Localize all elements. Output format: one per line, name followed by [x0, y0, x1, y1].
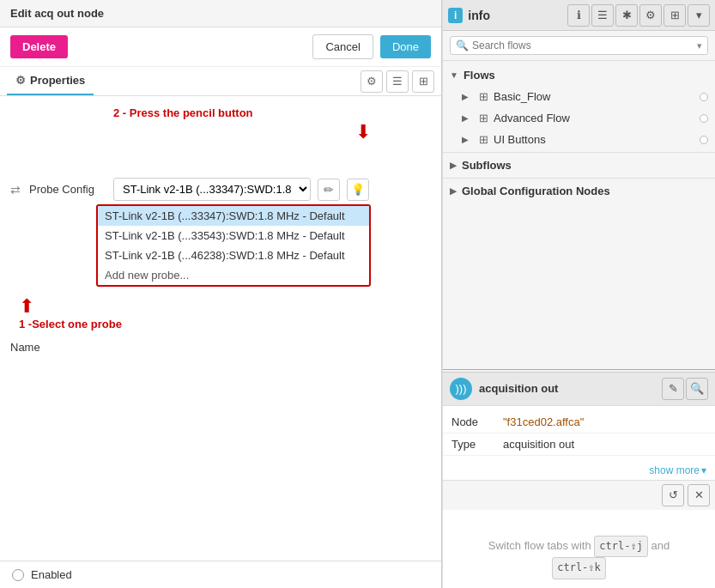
- ui-buttons-dot: [700, 136, 708, 144]
- shortcut-key2: ctrl-⇧k: [552, 557, 606, 579]
- main-divider: [443, 369, 715, 370]
- flow-item-ui-buttons[interactable]: ▶ ⊞ UI Buttons: [443, 129, 715, 150]
- acq-header-icons: ✎ 🔍: [662, 378, 708, 400]
- search-row: 🔍 ▾: [443, 31, 715, 61]
- panel-title: Edit acq out node: [10, 7, 104, 20]
- bottom-actions: ↺ ✕: [443, 480, 715, 510]
- tab-icon-btn-3[interactable]: ⊞: [412, 70, 434, 93]
- shortcut-key1: ctrl-⇧j: [594, 536, 648, 558]
- show-more-row: show more ▾: [443, 461, 715, 480]
- search-input[interactable]: [472, 39, 694, 52]
- rh-icon-grid[interactable]: ✱: [615, 4, 638, 27]
- type-value: acquisition out: [503, 438, 706, 451]
- ui-buttons-icon: ⊞: [479, 133, 488, 146]
- rh-icon-list[interactable]: ☰: [591, 4, 614, 27]
- acq-info-table: Node "f31ced02.affca" Type acquisition o…: [443, 406, 715, 461]
- name-label: Name: [10, 341, 96, 354]
- ui-buttons-chevron: ▶: [462, 135, 469, 144]
- acq-row-node: Node "f31ced02.affca": [443, 411, 715, 433]
- tabs-right: ⚙ ☰ ⊞: [361, 70, 434, 93]
- panel-footer: Enabled: [0, 561, 441, 588]
- type-key: Type: [451, 438, 503, 451]
- right-header: i info ℹ ☰ ✱ ⚙ ⊞ ▾: [443, 0, 715, 31]
- annotation-pencil-container: 2 - Press the pencil button ⬇: [10, 106, 431, 143]
- basic-flow-icon: ⊞: [479, 90, 488, 103]
- info-badge: i: [448, 8, 463, 23]
- shortcut-text-1: Switch flow tabs with: [488, 539, 591, 552]
- dropdown-item-add-new[interactable]: Add new probe...: [98, 265, 369, 285]
- tab-icon-btn-1[interactable]: ⚙: [361, 70, 383, 93]
- subflows-chevron: ▶: [450, 161, 457, 170]
- tab-properties[interactable]: ⚙ Properties: [7, 67, 94, 95]
- ui-buttons-label: UI Buttons: [494, 133, 694, 146]
- section-divider-1: [443, 152, 715, 153]
- probe-config-select[interactable]: ST-Link v2-1B (...33347):SWD:1.8 MHz ST-…: [113, 178, 311, 201]
- show-more-button[interactable]: show more ▾: [649, 464, 706, 476]
- rh-icon-db[interactable]: ⊞: [663, 4, 686, 27]
- search-icon: 🔍: [456, 39, 469, 52]
- basic-flow-label: Basic_Flow: [494, 90, 694, 103]
- right-header-icons: ℹ ☰ ✱ ⚙ ⊞ ▾: [567, 4, 710, 27]
- flows-label: Flows: [464, 69, 495, 82]
- probe-config-row: ⇄ Probe Config ST-Link v2-1B (...33347):…: [10, 178, 431, 201]
- arrow-up-icon: ⬆: [19, 295, 34, 318]
- shortcut-text-2: and: [651, 539, 670, 552]
- basic-flow-dot: [700, 93, 708, 101]
- refresh-icon[interactable]: ↺: [662, 484, 684, 506]
- probe-dropdown-list: ST-Link v2-1B (...33347):SWD:1.8 MHz - D…: [96, 204, 371, 287]
- subflows-header[interactable]: ▶ Subflows: [443, 155, 715, 176]
- acquisition-title: acquisition out: [479, 382, 655, 395]
- probe-config-label: Probe Config: [29, 183, 106, 196]
- flow-item-advanced[interactable]: ▶ ⊞ Advanced Flow: [443, 107, 715, 129]
- name-row: Name: [10, 341, 431, 354]
- probe-config-icon: ⇄: [10, 183, 21, 197]
- enabled-checkbox[interactable]: [12, 569, 24, 581]
- acq-search-icon[interactable]: 🔍: [686, 378, 708, 400]
- right-panel: i info ℹ ☰ ✱ ⚙ ⊞ ▾ 🔍 ▾ ▼ Flows ▶ ⊞ Basic…: [442, 0, 715, 588]
- rh-icon-more[interactable]: ▾: [688, 4, 710, 27]
- gear-tab-icon: ⚙: [15, 74, 26, 87]
- shortcut-info: Switch flow tabs with ctrl-⇧j and ctrl-⇧…: [443, 510, 715, 588]
- advanced-flow-icon: ⊞: [479, 112, 488, 124]
- acq-row-type: Type acquisition out: [443, 433, 715, 456]
- toolbar-row: Delete Cancel Done: [0, 27, 441, 67]
- search-dropdown-btn[interactable]: ▾: [697, 40, 702, 52]
- annotation-probe-container: ⬆ 1 -Select one probe: [19, 295, 431, 330]
- done-button[interactable]: Done: [380, 35, 431, 58]
- acquisition-icon: ))): [450, 378, 472, 400]
- global-config-header[interactable]: ▶ Global Configuration Nodes: [443, 180, 715, 202]
- acq-edit-icon[interactable]: ✎: [662, 378, 684, 400]
- basic-flow-chevron: ▶: [462, 92, 469, 101]
- bulb-button[interactable]: 💡: [347, 179, 369, 201]
- cancel-button[interactable]: Cancel: [312, 34, 373, 59]
- advanced-flow-label: Advanced Flow: [494, 112, 694, 124]
- flows-chevron-icon: ▼: [450, 70, 458, 80]
- show-more-label: show more: [649, 464, 700, 476]
- rh-icon-gear[interactable]: ⚙: [639, 4, 662, 27]
- tab-icon-btn-2[interactable]: ☰: [386, 70, 409, 93]
- enabled-label: Enabled: [31, 568, 72, 581]
- left-panel: Edit acq out node Delete Cancel Done ⚙ P…: [0, 0, 442, 588]
- dropdown-item-2[interactable]: ST-Link v2-1B (...46238):SWD:1.8 MHz - D…: [98, 246, 369, 265]
- advanced-flow-dot: [700, 114, 708, 123]
- arrow-down-icon: ⬇: [355, 121, 371, 143]
- info-label: info: [468, 9, 566, 22]
- content-area: 2 - Press the pencil button ⬇ ⇄ Probe Co…: [0, 96, 441, 561]
- annotation-probe-text: 1 -Select one probe: [19, 318, 122, 330]
- pencil-button[interactable]: ✏: [318, 179, 340, 201]
- bottom-right: ))) acquisition out ✎ 🔍 Node "f31ced02.a…: [443, 372, 715, 588]
- dropdown-item-0[interactable]: ST-Link v2-1B (...33347):SWD:1.8 MHz - D…: [98, 206, 369, 226]
- close-bottom-icon[interactable]: ✕: [688, 484, 710, 506]
- flow-item-basic[interactable]: ▶ ⊞ Basic_Flow: [443, 86, 715, 107]
- dropdown-item-1[interactable]: ST-Link v2-1B (...33543):SWD:1.8 MHz - D…: [98, 226, 369, 246]
- show-more-chevron: ▾: [701, 464, 706, 476]
- global-config-label: Global Configuration Nodes: [462, 185, 610, 197]
- advanced-flow-chevron: ▶: [462, 113, 469, 123]
- delete-button[interactable]: Delete: [10, 35, 68, 58]
- node-key: Node: [451, 415, 503, 428]
- flows-section: ▼ Flows ▶ ⊞ Basic_Flow ▶ ⊞ Advanced Flow…: [443, 61, 715, 367]
- tab-properties-label: Properties: [30, 74, 85, 87]
- rh-icon-info[interactable]: ℹ: [567, 4, 590, 27]
- flows-section-header[interactable]: ▼ Flows: [443, 64, 715, 86]
- panel-header: Edit acq out node: [0, 0, 441, 27]
